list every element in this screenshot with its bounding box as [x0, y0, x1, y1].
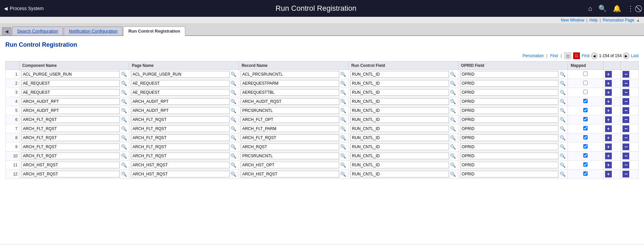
- run-control-field-input[interactable]: [350, 98, 449, 105]
- tab-search-configuration[interactable]: Search Configuration: [12, 27, 63, 35]
- oprid-field-input[interactable]: [460, 153, 559, 159]
- component-name-input[interactable]: [21, 80, 120, 87]
- oprid-field-search-btn[interactable]: 🔍: [559, 134, 566, 141]
- delete-row-button[interactable]: −: [623, 71, 629, 78]
- record-name-input[interactable]: [241, 162, 339, 168]
- delete-row-button[interactable]: −: [623, 144, 629, 150]
- run-control-field-input[interactable]: [350, 153, 449, 159]
- oprid-field-input[interactable]: [460, 116, 559, 123]
- find-link[interactable]: Find: [550, 53, 558, 58]
- page-name-search-btn[interactable]: 🔍: [230, 162, 237, 168]
- record-name-search-btn[interactable]: 🔍: [340, 71, 347, 78]
- component-name-search-btn[interactable]: 🔍: [120, 171, 127, 177]
- run-control-field-search-btn[interactable]: 🔍: [450, 116, 456, 123]
- add-row-button[interactable]: +: [605, 80, 612, 87]
- add-row-button[interactable]: +: [605, 89, 612, 96]
- record-name-search-btn[interactable]: 🔍: [340, 171, 347, 177]
- more-icon[interactable]: ⋮: [627, 4, 634, 12]
- record-name-search-btn[interactable]: 🔍: [340, 144, 347, 150]
- mapped-checkbox[interactable]: [583, 81, 588, 85]
- home-icon[interactable]: ⌂: [588, 5, 592, 12]
- delete-row-button[interactable]: −: [623, 134, 629, 141]
- record-name-input[interactable]: [241, 171, 339, 177]
- component-name-input[interactable]: [21, 134, 120, 141]
- run-control-field-search-btn[interactable]: 🔍: [450, 153, 456, 159]
- run-control-field-input[interactable]: [350, 134, 449, 141]
- component-name-search-btn[interactable]: 🔍: [120, 80, 127, 87]
- mapped-checkbox[interactable]: [583, 144, 588, 149]
- mapped-checkbox[interactable]: [583, 108, 588, 112]
- add-row-button[interactable]: +: [605, 116, 612, 123]
- component-name-search-btn[interactable]: 🔍: [120, 144, 127, 150]
- run-control-field-input[interactable]: [350, 125, 449, 132]
- page-name-search-btn[interactable]: 🔍: [230, 71, 237, 78]
- oprid-field-search-btn[interactable]: 🔍: [559, 89, 566, 96]
- component-name-search-btn[interactable]: 🔍: [120, 71, 127, 78]
- personalize-link[interactable]: Personalize: [523, 53, 544, 58]
- delete-row-button[interactable]: −: [623, 162, 629, 168]
- last-link[interactable]: Last: [631, 53, 639, 58]
- next-btn[interactable]: ▶: [623, 52, 630, 59]
- run-control-field-search-btn[interactable]: 🔍: [450, 162, 456, 168]
- record-name-input[interactable]: [241, 89, 339, 96]
- page-name-input[interactable]: [131, 125, 230, 132]
- page-name-search-btn[interactable]: 🔍: [230, 80, 237, 87]
- run-control-field-input[interactable]: [350, 107, 449, 114]
- delete-row-button[interactable]: −: [623, 153, 629, 159]
- delete-row-button[interactable]: −: [623, 171, 629, 177]
- page-name-input[interactable]: [131, 107, 230, 114]
- oprid-field-input[interactable]: [460, 98, 559, 105]
- page-name-input[interactable]: [131, 144, 230, 150]
- help-link[interactable]: Help: [589, 18, 598, 23]
- run-control-field-search-btn[interactable]: 🔍: [450, 134, 456, 141]
- record-name-search-btn[interactable]: 🔍: [340, 116, 347, 123]
- delete-row-button[interactable]: −: [623, 89, 629, 96]
- page-name-search-btn[interactable]: 🔍: [230, 171, 237, 177]
- mapped-checkbox[interactable]: [583, 72, 588, 76]
- delete-row-button[interactable]: −: [623, 116, 629, 123]
- record-name-input[interactable]: [241, 125, 339, 132]
- page-name-input[interactable]: [131, 89, 230, 96]
- oprid-field-input[interactable]: [460, 144, 559, 150]
- mapped-checkbox[interactable]: [583, 90, 588, 94]
- record-name-search-btn[interactable]: 🔍: [340, 89, 347, 96]
- record-name-input[interactable]: [241, 80, 339, 87]
- record-name-input[interactable]: [241, 153, 339, 159]
- component-name-input[interactable]: [21, 71, 120, 78]
- page-name-search-btn[interactable]: 🔍: [230, 89, 237, 96]
- component-name-input[interactable]: [21, 89, 120, 96]
- oprid-field-search-btn[interactable]: 🔍: [559, 80, 566, 87]
- collapse-chevron[interactable]: ▲: [636, 18, 640, 22]
- add-row-button[interactable]: +: [605, 134, 612, 141]
- mapped-checkbox[interactable]: [583, 99, 588, 103]
- run-control-field-input[interactable]: [350, 71, 449, 78]
- record-name-search-btn[interactable]: 🔍: [340, 98, 347, 105]
- record-name-search-btn[interactable]: 🔍: [340, 153, 347, 159]
- run-control-field-input[interactable]: [350, 144, 449, 150]
- oprid-field-search-btn[interactable]: 🔍: [559, 71, 566, 78]
- page-name-input[interactable]: [131, 116, 230, 123]
- record-name-input[interactable]: [241, 144, 339, 150]
- run-control-field-search-btn[interactable]: 🔍: [450, 80, 456, 87]
- mapped-checkbox[interactable]: [583, 135, 588, 139]
- page-name-input[interactable]: [131, 171, 230, 177]
- first-link[interactable]: First: [582, 53, 590, 58]
- view-all-icon[interactable]: ◫: [564, 52, 571, 59]
- component-name-search-btn[interactable]: 🔍: [120, 98, 127, 105]
- page-name-search-btn[interactable]: 🔍: [230, 134, 237, 141]
- new-window-link[interactable]: New Window: [561, 18, 584, 23]
- add-row-button[interactable]: +: [605, 71, 612, 78]
- delete-row-button[interactable]: −: [623, 107, 629, 114]
- component-name-input[interactable]: [21, 144, 120, 150]
- component-name-search-btn[interactable]: 🔍: [120, 116, 127, 123]
- component-name-search-btn[interactable]: 🔍: [120, 125, 127, 132]
- oprid-field-search-btn[interactable]: 🔍: [559, 153, 566, 159]
- run-control-field-input[interactable]: [350, 116, 449, 123]
- oprid-field-search-btn[interactable]: 🔍: [559, 107, 566, 114]
- run-control-field-input[interactable]: [350, 171, 449, 177]
- oprid-field-input[interactable]: [460, 80, 559, 87]
- component-name-input[interactable]: [21, 171, 120, 177]
- delete-row-button[interactable]: −: [623, 98, 629, 105]
- page-name-search-btn[interactable]: 🔍: [230, 153, 237, 159]
- run-control-field-input[interactable]: [350, 89, 449, 96]
